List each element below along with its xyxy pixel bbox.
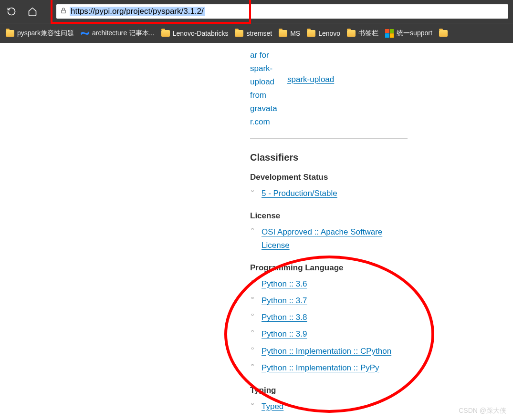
bookmark-label: Lenovo-Databricks xyxy=(173,30,229,37)
list-item: Python :: 3.9 xyxy=(262,326,408,342)
avatar-alt-text: ar for spark-upload from gravatar.com xyxy=(250,49,279,129)
classifiers-heading: Classifiers xyxy=(250,152,408,163)
url-bar[interactable]: https://pypi.org/project/pyspark/3.1.2/ xyxy=(56,4,508,19)
folder-icon xyxy=(161,30,170,37)
bookmark-item[interactable]: stremset xyxy=(235,30,272,37)
list-item: Python :: 3.6 xyxy=(262,276,408,292)
home-button[interactable] xyxy=(26,5,39,18)
classifier-link[interactable]: Python :: 3.8 xyxy=(262,313,307,322)
bookmark-item[interactable]: 书签栏 xyxy=(347,29,378,38)
classifier-title: License xyxy=(250,211,408,221)
bookmark-item[interactable]: MS xyxy=(279,30,300,37)
folder-icon xyxy=(279,30,287,37)
bookmark-item-overflow[interactable] xyxy=(439,30,448,37)
classifier-title: Typing xyxy=(250,386,408,395)
list-item: 5 - Production/Stable xyxy=(262,185,408,202)
maintainer-section: ar for spark-upload from gravatar.com sp… xyxy=(250,49,408,129)
section-divider xyxy=(250,138,408,139)
watermark: CSDN @踩大侠 xyxy=(459,407,506,415)
refresh-button[interactable] xyxy=(5,5,18,18)
classifier-list: OSI Approved :: Apache Software License xyxy=(250,224,408,253)
classifier-title: Programming Language xyxy=(250,263,408,273)
classifier-link[interactable]: Python :: 3.9 xyxy=(262,329,307,338)
list-item: Python :: 3.8 xyxy=(262,309,408,326)
list-item: Typed xyxy=(262,398,408,415)
classifier-link[interactable]: Python :: Implementation :: PyPy xyxy=(262,363,379,372)
classifier-group-typing: Typing Typed xyxy=(250,386,408,415)
folder-icon xyxy=(235,30,243,37)
lock-icon xyxy=(60,7,67,16)
classifier-link[interactable]: OSI Approved :: Apache Software License xyxy=(262,227,382,249)
classifier-link[interactable]: 5 - Production/Stable xyxy=(262,189,337,198)
microsoft-icon xyxy=(385,29,394,38)
content-column: ar for spark-upload from gravatar.com sp… xyxy=(250,43,408,415)
classifier-group-dev-status: Development Status 5 - Production/Stable xyxy=(250,173,408,202)
maintainer-link[interactable]: spark-upload xyxy=(287,75,334,84)
classifier-list: Typed xyxy=(250,398,408,415)
bookmark-item[interactable]: pyspark兼容性问题 xyxy=(6,29,74,38)
folder-icon xyxy=(6,30,14,37)
classifier-title: Development Status xyxy=(250,173,408,182)
bookmark-item[interactable]: Lenovo xyxy=(307,30,340,37)
classifier-list: Python :: 3.6 Python :: 3.7 Python :: 3.… xyxy=(250,276,408,376)
bookmarks-bar: pyspark兼容性问题 architecture 记事本... Lenovo-… xyxy=(0,23,513,43)
bookmark-label: 统一support xyxy=(397,29,432,38)
url-text[interactable]: https://pypi.org/project/pyspark/3.1.2/ xyxy=(70,7,205,16)
bookmark-item[interactable]: 统一support xyxy=(385,29,432,38)
browser-chrome: https://pypi.org/project/pyspark/3.1.2/ … xyxy=(0,0,513,43)
classifier-group-license: License OSI Approved :: Apache Software … xyxy=(250,211,408,253)
list-item: Python :: Implementation :: PyPy xyxy=(262,359,408,376)
list-item: Python :: 3.7 xyxy=(262,292,408,309)
classifier-link[interactable]: Python :: Implementation :: CPython xyxy=(262,347,391,356)
classifier-group-programming-language: Programming Language Python :: 3.6 Pytho… xyxy=(250,263,408,376)
classifier-link[interactable]: Typed xyxy=(262,402,283,411)
folder-icon xyxy=(439,30,448,37)
list-item: Python :: Implementation :: CPython xyxy=(262,343,408,359)
bookmark-label: Lenovo xyxy=(318,30,340,37)
confluence-icon xyxy=(81,29,89,38)
classifier-list: 5 - Production/Stable xyxy=(250,185,408,202)
bookmark-label: 书签栏 xyxy=(358,29,378,38)
url-bar-container: https://pypi.org/project/pyspark/3.1.2/ xyxy=(56,4,508,19)
folder-icon xyxy=(307,30,315,37)
bookmark-label: MS xyxy=(290,30,300,37)
bookmark-label: stremset xyxy=(246,30,272,37)
classifier-link[interactable]: Python :: 3.7 xyxy=(262,296,307,305)
bookmark-label: pyspark兼容性问题 xyxy=(17,29,74,38)
classifier-link[interactable]: Python :: 3.6 xyxy=(262,279,307,288)
bookmark-item[interactable]: Lenovo-Databricks xyxy=(161,30,229,37)
svg-rect-0 xyxy=(62,10,65,13)
list-item: OSI Approved :: Apache Software License xyxy=(262,224,408,253)
folder-icon xyxy=(347,30,356,37)
page-content: ar for spark-upload from gravatar.com sp… xyxy=(0,43,513,415)
bookmark-label: architecture 记事本... xyxy=(92,29,155,38)
browser-top-bar: https://pypi.org/project/pyspark/3.1.2/ xyxy=(0,0,513,23)
bookmark-item[interactable]: architecture 记事本... xyxy=(81,29,155,38)
